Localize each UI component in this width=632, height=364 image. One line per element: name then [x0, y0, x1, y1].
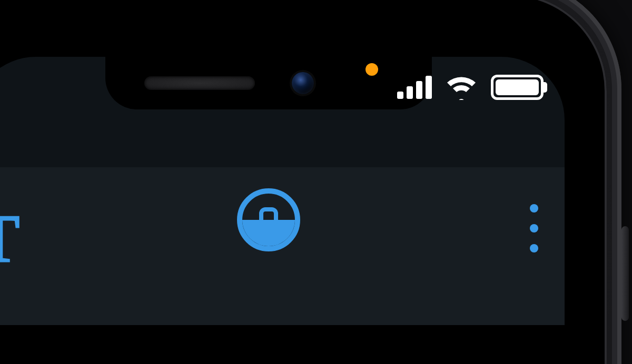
- phone-bezel: T 00:22: [0, 0, 607, 364]
- microphone-privacy-dot-icon: [366, 63, 378, 76]
- wifi-icon: [446, 75, 477, 100]
- recording-control-wrap: [216, 188, 321, 251]
- earpiece-speaker: [144, 76, 255, 90]
- cellular-signal-icon: [397, 76, 432, 99]
- record-stop-button[interactable]: [237, 188, 300, 251]
- more-options-button[interactable]: [530, 204, 538, 252]
- battery-icon: [491, 75, 544, 100]
- status-bar-right: [397, 66, 544, 108]
- front-camera: [292, 72, 314, 94]
- screen: T 00:22: [0, 57, 565, 364]
- phone-frame: T 00:22: [0, 0, 621, 364]
- more-vertical-icon: [530, 224, 538, 232]
- content-area: [0, 325, 565, 364]
- more-vertical-icon: [530, 204, 538, 213]
- contact-avatar[interactable]: T: [0, 199, 19, 278]
- stop-icon: [259, 207, 278, 226]
- app-header: T 00:22: [0, 167, 565, 325]
- notch: [105, 57, 432, 109]
- side-button[interactable]: [621, 226, 629, 321]
- more-vertical-icon: [530, 244, 538, 252]
